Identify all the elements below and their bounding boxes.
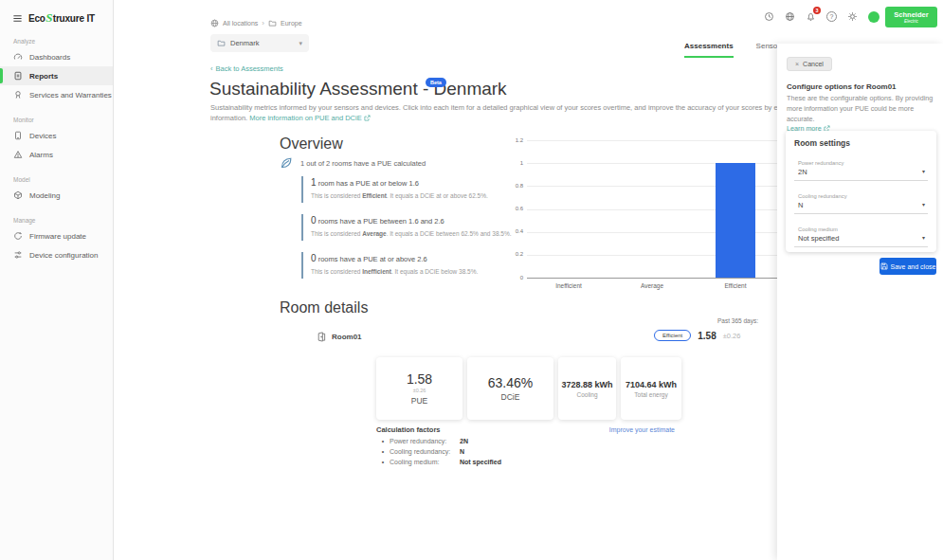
chart-gridline bbox=[527, 232, 796, 233]
folder-icon bbox=[268, 19, 277, 27]
chevron-down-icon: ▾ bbox=[299, 40, 302, 47]
room-pue-value: 1.58 bbox=[698, 331, 716, 341]
room-pue-tolerance: ±0.26 bbox=[723, 332, 741, 340]
calc-row-cooling-medium: • Cooling medium: Not specified bbox=[376, 459, 501, 465]
app-logo: EcoStruxure IT bbox=[28, 10, 95, 26]
chart-ytick-label: 0 bbox=[497, 275, 523, 280]
sidebar-item-devices[interactable]: Devices bbox=[0, 126, 113, 145]
folder-icon bbox=[217, 39, 226, 47]
sidebar-item-reports[interactable]: Reports bbox=[0, 66, 113, 85]
overview-block-efficient: 1 room has a PUE at or below 1.6 This is… bbox=[301, 176, 524, 203]
dashboards-icon bbox=[13, 52, 23, 62]
breadcrumb-separator: › bbox=[262, 19, 264, 27]
room-settings-card: Room settings Power redundancy 2N ▾ Cool… bbox=[786, 131, 936, 252]
chart-xtick-label: Average bbox=[614, 282, 690, 289]
topbar-icon-group: 3 ? bbox=[763, 10, 880, 23]
chart-ytick-label: 1 bbox=[497, 160, 523, 166]
tab-bar: Assessments Sensors bbox=[684, 42, 784, 58]
sidebar-item-modeling[interactable]: Modeling bbox=[0, 186, 113, 205]
room-score: Efficient 1.58 ±0.26 bbox=[654, 330, 740, 341]
calc-row-cooling-redundancy: • Cooling redundancy: N bbox=[376, 448, 501, 455]
chart-gridline bbox=[527, 163, 796, 164]
overview-heading: Overview bbox=[280, 135, 343, 153]
room-icon bbox=[316, 332, 326, 342]
sidebar: EcoStruxure IT Analyze Dashboards Report… bbox=[0, 0, 114, 560]
overview-block-inefficient: 0 rooms have a PUE at or above 2.6 This … bbox=[301, 252, 524, 279]
more-information-link[interactable]: More information on PUE and DCiE bbox=[249, 114, 370, 122]
calculation-factors: Calculation factors • Power redundancy: … bbox=[376, 425, 501, 465]
power-redundancy-select[interactable]: Power redundancy 2N ▾ bbox=[794, 159, 928, 181]
sidebar-item-device-configuration[interactable]: Device configuration bbox=[0, 245, 113, 264]
drawer-heading: Configure options for Room01 bbox=[787, 82, 897, 91]
avatar[interactable] bbox=[867, 10, 880, 23]
sidebar-item-firmware-update[interactable]: Firmware update bbox=[0, 226, 113, 245]
notifications-bell-icon[interactable]: 3 bbox=[805, 10, 817, 23]
location-selector-value: Denmark bbox=[230, 39, 259, 47]
calc-row-power-redundancy: • Power redundancy: 2N bbox=[376, 438, 501, 444]
sidebar-item-dashboards[interactable]: Dashboards bbox=[0, 47, 113, 66]
page-description: Sustainability metrics informed by your … bbox=[210, 103, 874, 124]
chart-ytick-label: 1.2 bbox=[497, 137, 523, 143]
pue-chart: 00.20.40.60.811.2InefficientAverageEffic… bbox=[497, 135, 796, 296]
room-row[interactable]: Room01 bbox=[316, 332, 362, 342]
save-and-close-button[interactable]: Save and close bbox=[880, 258, 936, 275]
notification-badge: 3 bbox=[813, 7, 821, 14]
room-settings-title: Room settings bbox=[794, 138, 928, 148]
cooling-redundancy-select[interactable]: Cooling redundancy N ▾ bbox=[794, 192, 928, 214]
nav-section-monitor: Monitor bbox=[13, 117, 113, 123]
back-to-assessments-link[interactable]: ‹ Back to Assessments bbox=[210, 64, 283, 73]
globe-icon bbox=[210, 19, 219, 27]
sidebar-item-alarms[interactable]: Alarms bbox=[0, 145, 113, 164]
cancel-button[interactable]: × Cancel bbox=[787, 57, 832, 71]
close-icon: × bbox=[795, 61, 799, 67]
chart-ytick-label: 0.2 bbox=[497, 251, 523, 257]
chevron-down-icon: ▾ bbox=[922, 201, 925, 208]
configure-drawer: × Cancel Configure options for Room01 Th… bbox=[777, 44, 943, 560]
modeling-cube-icon bbox=[13, 190, 23, 200]
alarm-triangle-icon bbox=[13, 150, 23, 159]
chart-xtick-label: Inefficient bbox=[531, 282, 607, 289]
award-icon bbox=[13, 90, 23, 99]
device-icon bbox=[13, 131, 23, 140]
back-arrow-icon: ‹ bbox=[210, 64, 213, 73]
metric-card-total-energy[interactable]: 7104.64 kWh Total energy bbox=[621, 357, 681, 420]
external-link-icon bbox=[364, 115, 371, 121]
sidebar-item-services-and-warranties[interactable]: Services and Warranties bbox=[0, 85, 113, 104]
nav-section-analyze: Analyze bbox=[13, 38, 113, 45]
page-title: Sustainability Assessment - Denmark bbox=[209, 79, 507, 99]
chart-gridline bbox=[527, 186, 796, 187]
chevron-down-icon: ▾ bbox=[922, 234, 925, 241]
cooling-medium-select[interactable]: Cooling medium Not specified ▾ bbox=[794, 226, 928, 247]
tab-assessments[interactable]: Assessments bbox=[684, 42, 734, 58]
chevron-down-icon: ▾ bbox=[922, 168, 925, 174]
sliders-icon bbox=[13, 250, 23, 260]
overview-block-average: 0 rooms have a PUE between 1.6 and 2.6 T… bbox=[301, 214, 524, 241]
nav-section-manage: Manage bbox=[13, 217, 113, 224]
bullet-icon: • bbox=[376, 438, 390, 444]
logo-s-swirl-icon: S bbox=[45, 10, 52, 26]
nav-section-model: Model bbox=[13, 176, 113, 183]
chart-gridline bbox=[527, 209, 796, 210]
overview-blocks: 1 room has a PUE at or below 1.6 This is… bbox=[301, 176, 524, 290]
breadcrumb-root[interactable]: All locations bbox=[223, 20, 258, 27]
room-details-heading: Room details bbox=[280, 299, 368, 316]
history-icon[interactable] bbox=[763, 10, 775, 23]
help-icon[interactable]: ? bbox=[825, 10, 838, 23]
chart-ytick-label: 0.6 bbox=[497, 206, 523, 211]
metric-card-cooling[interactable]: 3728.88 kWh Cooling bbox=[558, 357, 616, 420]
leaf-icon bbox=[279, 155, 294, 171]
overview-summary: 1 out of 2 rooms have a PUE calculated bbox=[279, 155, 426, 171]
metric-card-pue[interactable]: 1.58 ±0.26 PUE bbox=[376, 357, 462, 420]
hamburger-menu-icon[interactable] bbox=[12, 13, 23, 24]
location-selector[interactable]: Denmark ▾ bbox=[210, 34, 309, 52]
save-icon bbox=[880, 262, 888, 270]
improve-your-estimate-link[interactable]: Improve your estimate bbox=[571, 426, 675, 433]
chart-gridline bbox=[527, 140, 796, 141]
metric-card-dcie[interactable]: 63.46% DCiE bbox=[467, 357, 553, 420]
globe-icon[interactable] bbox=[784, 10, 796, 23]
settings-gear-icon[interactable] bbox=[846, 10, 859, 23]
chart-bar-efficient bbox=[716, 163, 755, 278]
schneider-electric-logo[interactable]: Schneider Electric bbox=[885, 7, 937, 27]
chart-xtick-label: Efficient bbox=[698, 282, 773, 289]
breadcrumb-current[interactable]: Europe bbox=[281, 20, 302, 27]
